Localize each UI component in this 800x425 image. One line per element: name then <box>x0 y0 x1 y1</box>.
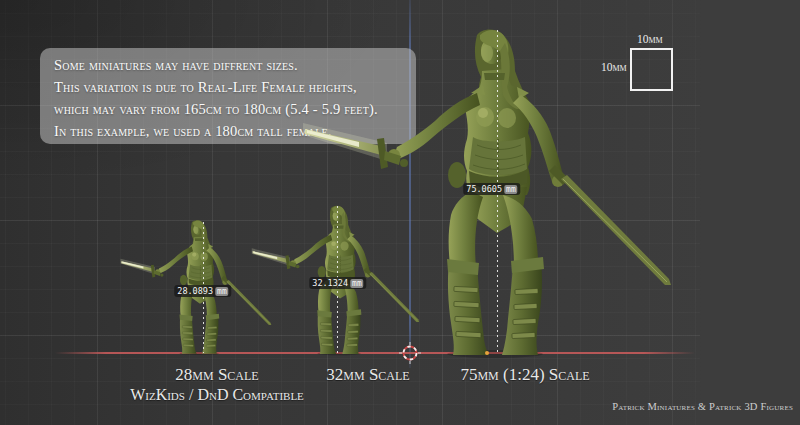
credit-text: Patrick Miniatures & Patrick 3D Figures <box>612 401 793 412</box>
scale-title-75mm: 75mm (1:24) Scale <box>460 365 589 385</box>
ruler-value-75mm: 75.0605 <box>466 184 502 194</box>
ruler-label-32mm[interactable]: 32.1324 mm <box>309 277 366 289</box>
scale-label-75mm: 75mm (1:24) Scale <box>460 365 589 385</box>
reference-square-width-label: 10mm <box>637 33 663 45</box>
ruler-label-75mm[interactable]: 75.0605 mm <box>463 183 520 195</box>
scale-subtitle-28mm: WizKids / DnD Compatible <box>130 385 304 405</box>
ruler-value-28mm: 28.0893 <box>177 286 213 296</box>
reference-square-10mm <box>630 48 673 91</box>
ruler-unit-75mm: mm <box>504 185 518 194</box>
ruler-value-32mm: 32.1324 <box>312 278 348 288</box>
scale-title-32mm: 32mm Scale <box>326 365 409 385</box>
cursor-3d-icon <box>399 342 421 364</box>
ruler-unit-28mm: mm <box>215 287 229 296</box>
scale-label-28mm: 28mm Scale WizKids / DnD Compatible <box>130 365 304 405</box>
ruler-unit-32mm: mm <box>350 279 364 288</box>
scale-title-28mm: 28mm Scale <box>130 365 304 385</box>
scale-label-32mm: 32mm Scale <box>326 365 409 385</box>
reference-square-height-label: 10mm <box>601 61 627 73</box>
viewport-3d[interactable]: Some miniatures may have diffrent sizes.… <box>0 0 800 425</box>
origin-point-dot <box>485 351 489 355</box>
ruler-label-28mm[interactable]: 28.0893 mm <box>174 285 231 297</box>
